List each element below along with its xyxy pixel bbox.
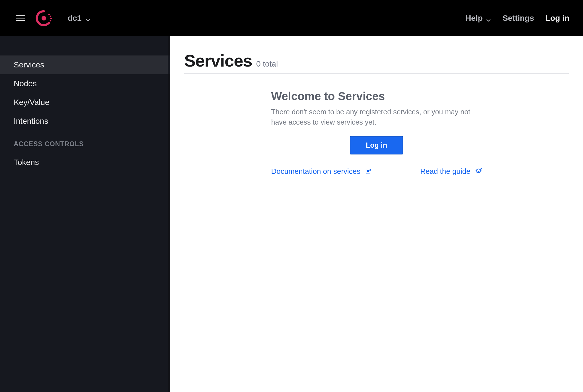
chevron-down-icon: [85, 16, 91, 21]
page-header: Services 0 total: [184, 51, 569, 74]
topbar-left: dc1: [16, 10, 465, 27]
menu-toggle[interactable]: [16, 14, 25, 23]
svg-point-0: [42, 16, 46, 20]
empty-state-links: Documentation on services Read the guide: [271, 167, 482, 176]
chevron-down-icon: [486, 16, 491, 21]
datacenter-selector[interactable]: dc1: [68, 14, 91, 23]
svg-point-1: [48, 14, 50, 15]
sidebar-section-access-controls: ACCESS CONTROLS: [0, 131, 168, 153]
empty-state-title: Welcome to Services: [271, 90, 482, 103]
help-label: Help: [465, 14, 483, 23]
sidebar-item-keyvalue[interactable]: Key/Value: [0, 93, 168, 112]
guide-link-label: Read the guide: [420, 167, 470, 176]
sidebar-item-tokens[interactable]: Tokens: [0, 153, 168, 172]
login-button[interactable]: Log in: [350, 136, 403, 154]
svg-point-2: [50, 15, 52, 17]
main-content: Services 0 total Welcome to Services The…: [170, 36, 583, 392]
help-menu[interactable]: Help: [465, 14, 491, 23]
topbar: dc1 Help Settings Log in: [0, 0, 583, 36]
sidebar-item-intentions[interactable]: Intentions: [0, 112, 168, 131]
documentation-link[interactable]: Documentation on services: [271, 167, 372, 176]
svg-point-3: [50, 18, 52, 19]
empty-state: Welcome to Services There don't seem to …: [271, 90, 482, 176]
documentation-link-label: Documentation on services: [271, 167, 361, 176]
svg-point-4: [50, 20, 52, 21]
sidebar-item-services[interactable]: Services: [0, 55, 168, 74]
docs-external-icon: [365, 168, 372, 175]
sidebar: Services Nodes Key/Value Intentions ACCE…: [0, 36, 170, 392]
topbar-right: Help Settings Log in: [465, 14, 569, 23]
sidebar-item-nodes[interactable]: Nodes: [0, 74, 168, 93]
learn-external-icon: [475, 168, 482, 175]
svg-point-5: [48, 22, 50, 23]
guide-link[interactable]: Read the guide: [420, 167, 482, 176]
datacenter-label: dc1: [68, 14, 81, 23]
login-wrap: Log in: [271, 136, 482, 154]
settings-link[interactable]: Settings: [503, 14, 534, 23]
page-title: Services: [184, 51, 252, 71]
login-link[interactable]: Log in: [545, 14, 569, 23]
empty-state-description: There don't seem to be any registered se…: [271, 107, 482, 127]
consul-logo-icon[interactable]: [35, 10, 52, 27]
count-label: 0 total: [256, 59, 278, 69]
